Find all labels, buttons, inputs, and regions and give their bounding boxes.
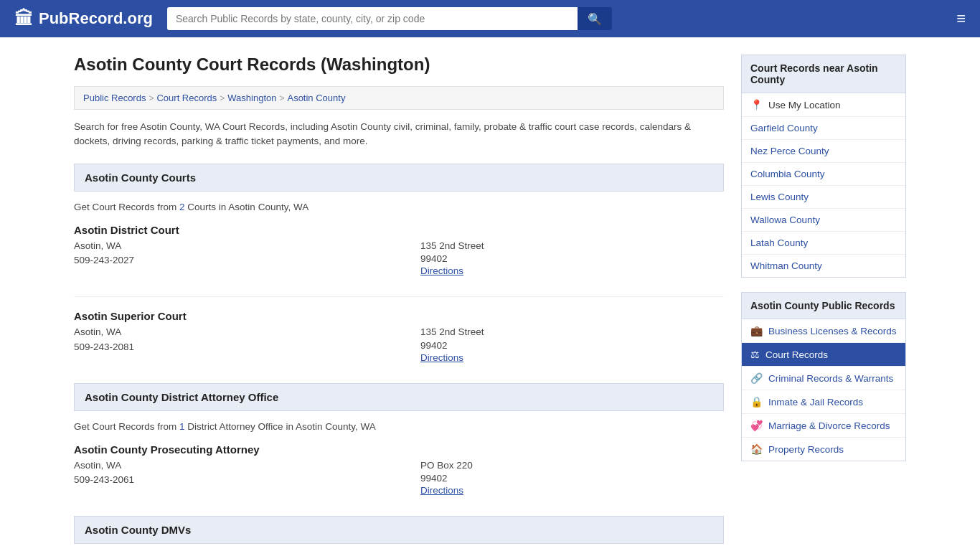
breadcrumb-public-records[interactable]: Public Records xyxy=(83,93,146,103)
sidebar-nearby-box: Court Records near Asotin County 📍 Use M… xyxy=(741,55,906,278)
marriage-label: Marriage & Divorce Records xyxy=(768,420,890,431)
sidebar-item-nez-perce[interactable]: Nez Perce County xyxy=(742,140,905,163)
court-directions-district[interactable]: Directions xyxy=(420,265,463,276)
attorney-address: PO Box 220 xyxy=(420,458,724,474)
site-logo[interactable]: 🏛 PubRecord.org xyxy=(14,8,153,30)
sidebar-business-link[interactable]: 💼 Business Licenses & Records xyxy=(742,319,905,342)
business-icon: 💼 xyxy=(750,325,763,336)
property-icon: 🏠 xyxy=(750,443,763,455)
sidebar-item-court-records[interactable]: ⚖ Court Records xyxy=(742,343,905,367)
sidebar-wallowa-link[interactable]: Wallowa County xyxy=(742,209,905,231)
use-location-link[interactable]: 📍 Use My Location xyxy=(742,93,905,116)
attorney-right-col: PO Box 220 99402 Directions xyxy=(420,458,724,496)
breadcrumb-sep-3: > xyxy=(279,93,284,103)
sidebar-item-latah[interactable]: Latah County xyxy=(742,232,905,255)
attorney-section-desc: Get Court Records from 1 District Attorn… xyxy=(74,421,724,432)
attorney-phone: 509-243-2061 xyxy=(74,474,377,485)
court-icon: ⚖ xyxy=(750,349,760,360)
lewis-label: Lewis County xyxy=(750,192,809,202)
court-address-superior: 135 2nd Street xyxy=(420,324,724,340)
sidebar-garfield-link[interactable]: Garfield County xyxy=(742,117,905,139)
sidebar-nearby-header: Court Records near Asotin County xyxy=(742,55,905,93)
location-icon: 📍 xyxy=(750,99,763,110)
sidebar-records-header: Asotin County Public Records xyxy=(742,293,905,319)
sidebar-whitman-link[interactable]: Whitman County xyxy=(742,255,905,277)
search-bar: 🔍 xyxy=(167,7,612,30)
court-details-district: Asotin, WA 509-243-2027 135 2nd Street 9… xyxy=(74,238,724,277)
page-description: Search for free Asotin County, WA Court … xyxy=(74,120,724,149)
attorney-zip: 99402 xyxy=(420,473,724,484)
sidebar-lewis-link[interactable]: Lewis County xyxy=(742,186,905,208)
search-button[interactable]: 🔍 xyxy=(578,7,612,30)
breadcrumb-court-records[interactable]: Court Records xyxy=(156,93,217,103)
page-container: Asotin County Court Records (Washington)… xyxy=(60,37,920,551)
page-title: Asotin County Court Records (Washington) xyxy=(74,55,724,75)
breadcrumb-washington[interactable]: Washington xyxy=(227,93,276,103)
sidebar-nearby-list: 📍 Use My Location Garfield County Nez Pe… xyxy=(742,93,905,277)
attorney-section-header: Asotin County District Attorney Office xyxy=(74,383,724,411)
courts-section-header: Asotin County Courts xyxy=(74,164,724,192)
latah-label: Latah County xyxy=(750,237,808,248)
court-address-district: 135 2nd Street xyxy=(420,238,724,254)
sidebar-court-records-link[interactable]: ⚖ Court Records xyxy=(742,343,905,366)
attorney-directions[interactable]: Directions xyxy=(420,485,463,496)
criminal-label: Criminal Records & Warrants xyxy=(768,373,893,384)
court-name-attorney: Asotin County Prosecuting Attorney xyxy=(74,443,724,456)
court-entry-district: Asotin District Court Asotin, WA 509-243… xyxy=(74,224,724,280)
criminal-icon: 🔗 xyxy=(750,372,763,384)
courts-count-link[interactable]: 2 xyxy=(179,202,185,212)
nez-perce-label: Nez Perce County xyxy=(750,146,829,156)
sidebar-property-link[interactable]: 🏠 Property Records xyxy=(742,438,905,461)
sidebar-marriage-link[interactable]: 💞 Marriage & Divorce Records xyxy=(742,414,905,437)
sidebar-latah-link[interactable]: Latah County xyxy=(742,232,905,254)
sidebar-item-inmate[interactable]: 🔒 Inmate & Jail Records xyxy=(742,390,905,414)
menu-button[interactable]: ≡ xyxy=(956,11,966,27)
court-entry-attorney: Asotin County Prosecuting Attorney Asoti… xyxy=(74,443,724,499)
court-left-col: Asotin, WA 509-243-2027 xyxy=(74,238,377,277)
sidebar-criminal-link[interactable]: 🔗 Criminal Records & Warrants xyxy=(742,367,905,390)
sidebar-item-use-location[interactable]: 📍 Use My Location xyxy=(742,93,905,117)
search-input[interactable] xyxy=(167,7,578,30)
logo-icon: 🏛 xyxy=(14,8,33,30)
main-content: Asotin County Court Records (Washington)… xyxy=(74,55,724,551)
court-divider-1 xyxy=(74,296,724,297)
sidebar-item-whitman[interactable]: Whitman County xyxy=(742,255,905,277)
sidebar-item-columbia[interactable]: Columbia County xyxy=(742,163,905,186)
sidebar: Court Records near Asotin County 📍 Use M… xyxy=(741,55,906,551)
columbia-label: Columbia County xyxy=(750,169,825,179)
attorney-count-link[interactable]: 1 xyxy=(179,421,185,432)
sidebar-item-wallowa[interactable]: Wallowa County xyxy=(742,209,905,232)
sidebar-inmate-link[interactable]: 🔒 Inmate & Jail Records xyxy=(742,390,905,413)
court-records-label: Court Records xyxy=(765,349,828,360)
property-label: Property Records xyxy=(768,444,844,455)
court-name-superior: Asotin Superior Court xyxy=(74,310,724,322)
court-details-superior: Asotin, WA 509-243-2081 135 2nd Street 9… xyxy=(74,324,724,363)
breadcrumb: Public Records > Court Records > Washing… xyxy=(74,86,724,110)
attorney-city-state: Asotin, WA xyxy=(74,458,377,474)
business-label: Business Licenses & Records xyxy=(768,326,897,336)
court-phone-district: 509-243-2027 xyxy=(74,255,377,265)
court-city-state-superior: Asotin, WA xyxy=(74,324,377,340)
logo-text: PubRecord.org xyxy=(39,9,153,28)
sidebar-item-criminal[interactable]: 🔗 Criminal Records & Warrants xyxy=(742,367,905,390)
dmv-section-header: Asotin County DMVs xyxy=(74,516,724,544)
breadcrumb-asotin-county[interactable]: Asotin County xyxy=(287,93,345,103)
inmate-label: Inmate & Jail Records xyxy=(768,397,863,408)
sidebar-item-garfield[interactable]: Garfield County xyxy=(742,117,905,140)
garfield-label: Garfield County xyxy=(750,123,818,133)
court-right-col-district: 135 2nd Street 99402 Directions xyxy=(420,238,724,277)
sidebar-item-property[interactable]: 🏠 Property Records xyxy=(742,438,905,461)
court-directions-superior[interactable]: Directions xyxy=(420,352,463,363)
court-phone-superior: 509-243-2081 xyxy=(74,342,377,352)
breadcrumb-sep-1: > xyxy=(149,93,154,103)
whitman-label: Whitman County xyxy=(750,260,822,271)
court-entry-superior: Asotin Superior Court Asotin, WA 509-243… xyxy=(74,310,724,366)
sidebar-item-lewis[interactable]: Lewis County xyxy=(742,186,905,209)
sidebar-item-business[interactable]: 💼 Business Licenses & Records xyxy=(742,319,905,343)
sidebar-records-box: Asotin County Public Records 💼 Business … xyxy=(741,292,906,461)
court-zip-district: 99402 xyxy=(420,253,724,264)
sidebar-item-marriage[interactable]: 💞 Marriage & Divorce Records xyxy=(742,414,905,438)
sidebar-nez-perce-link[interactable]: Nez Perce County xyxy=(742,140,905,162)
site-header: 🏛 PubRecord.org 🔍 ≡ xyxy=(0,0,980,37)
sidebar-columbia-link[interactable]: Columbia County xyxy=(742,163,905,185)
